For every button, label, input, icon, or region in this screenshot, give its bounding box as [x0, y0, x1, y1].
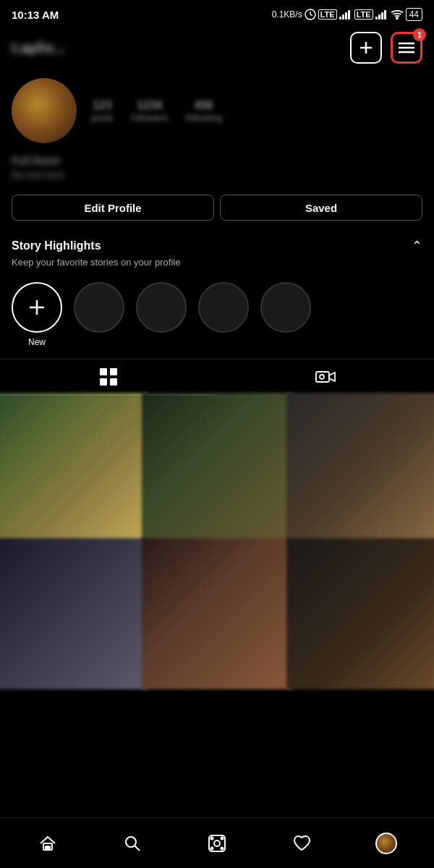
svg-rect-10 [384, 10, 386, 20]
tab-grid[interactable] [0, 359, 217, 396]
signal2-icon [375, 9, 388, 20]
photo-2[interactable] [142, 393, 293, 544]
profile-name: Full Name [12, 155, 422, 166]
action-buttons: Edit Profile Saved [0, 189, 434, 232]
tab-reels[interactable] [217, 359, 434, 396]
search-icon [123, 834, 142, 853]
highlights-title: Story Highlights [12, 239, 101, 252]
svg-point-33 [210, 847, 213, 849]
status-bar: 10:13 AM 0.1KB/s LTE LTE [0, 0, 434, 26]
nav-home[interactable] [6, 818, 90, 868]
highlights-row: New [0, 276, 434, 359]
posts-count: 123 [93, 99, 112, 112]
profile-info: Full Name Bio text here [0, 152, 434, 189]
following-count: 456 [194, 99, 213, 112]
svg-point-30 [214, 841, 220, 846]
svg-rect-26 [46, 846, 50, 850]
status-icons: 0.1KB/s LTE LTE [272, 8, 422, 21]
photo-1[interactable] [0, 393, 148, 544]
svg-rect-7 [375, 17, 378, 20]
highlight-item-3[interactable] [198, 282, 249, 347]
nav-profile[interactable] [344, 818, 428, 868]
nav-heart[interactable] [259, 818, 344, 868]
svg-rect-5 [345, 12, 347, 20]
photo-6[interactable] [286, 538, 434, 689]
svg-line-28 [135, 846, 140, 851]
wifi-icon [391, 9, 404, 20]
highlight-circle-4[interactable] [260, 282, 311, 333]
nav-reels[interactable] [175, 818, 260, 868]
content-tabs [0, 359, 434, 396]
edit-profile-button[interactable]: Edit Profile [12, 195, 214, 221]
followers-stat[interactable]: 1234 followers [131, 99, 168, 123]
photo-4[interactable] [0, 538, 148, 689]
svg-point-32 [221, 837, 223, 839]
svg-rect-3 [339, 17, 341, 20]
network-speed: 0.1KB/s [272, 9, 302, 20]
highlight-item-1[interactable] [74, 282, 124, 347]
new-highlight-circle[interactable] [12, 282, 62, 333]
header: t.aplix... 1 [0, 26, 434, 69]
highlight-item-2[interactable] [136, 282, 187, 347]
grid-icon [99, 367, 118, 386]
profile-stats: 123 posts 1234 followers 456 following [91, 99, 422, 123]
svg-rect-4 [342, 14, 344, 20]
svg-rect-21 [100, 378, 107, 386]
avatar [12, 78, 77, 143]
nav-profile-avatar [375, 833, 397, 854]
photo-grid [0, 396, 434, 685]
svg-point-31 [210, 837, 213, 839]
highlight-circle-3[interactable] [198, 282, 249, 333]
posts-label: posts [91, 112, 114, 123]
followers-label: followers [131, 112, 168, 123]
lte-icon: LTE [318, 9, 337, 20]
highlight-circle-1[interactable] [74, 282, 124, 333]
heart-icon [292, 834, 311, 853]
new-highlight-label: New [28, 337, 46, 347]
svg-rect-9 [381, 12, 383, 20]
status-time: 10:13 AM [12, 9, 59, 21]
svg-line-2 [310, 14, 312, 16]
reels-icon [208, 834, 226, 853]
posts-stat[interactable]: 123 posts [91, 99, 114, 123]
svg-rect-6 [348, 10, 350, 20]
menu-button[interactable]: 1 [391, 32, 422, 64]
highlights-header: Story Highlights ⌃ [0, 232, 434, 255]
followers-count: 1234 [137, 99, 163, 112]
highlight-item-4[interactable] [260, 282, 311, 347]
svg-rect-20 [110, 368, 117, 375]
highlight-circle-2[interactable] [136, 282, 187, 333]
photo-3[interactable] [286, 393, 434, 544]
header-actions: 1 [350, 32, 422, 64]
following-stat[interactable]: 456 following [185, 99, 222, 123]
highlights-chevron[interactable]: ⌃ [412, 238, 422, 254]
saved-button[interactable]: Saved [220, 195, 422, 221]
svg-point-34 [221, 847, 223, 849]
highlights-subtitle: Keep your favorite stories on your profi… [0, 255, 434, 276]
new-highlight-item[interactable]: New [12, 282, 62, 347]
hamburger-icon [399, 42, 414, 54]
bottom-nav [0, 817, 434, 868]
clock-icon [305, 9, 316, 20]
signal-icon [339, 9, 352, 20]
svg-rect-23 [316, 372, 329, 382]
lte2-icon: LTE [354, 9, 373, 20]
profile-bio: Bio text here [12, 169, 422, 180]
username: t.aplix... [12, 40, 65, 56]
battery-icon: 44 [406, 8, 422, 21]
camera-icon [315, 369, 336, 385]
photo-5[interactable] [142, 538, 293, 689]
svg-rect-22 [110, 378, 117, 386]
svg-point-27 [126, 837, 136, 847]
svg-rect-19 [100, 368, 107, 375]
svg-point-11 [396, 17, 398, 19]
following-label: following [185, 112, 222, 123]
home-icon [38, 834, 57, 853]
add-highlight-icon [27, 297, 47, 318]
profile-section: 123 posts 1234 followers 456 following [0, 69, 434, 152]
nav-search[interactable] [90, 818, 175, 868]
plus-icon [358, 40, 374, 56]
add-post-button[interactable] [350, 32, 382, 64]
svg-point-24 [320, 375, 324, 379]
svg-rect-8 [378, 14, 380, 20]
